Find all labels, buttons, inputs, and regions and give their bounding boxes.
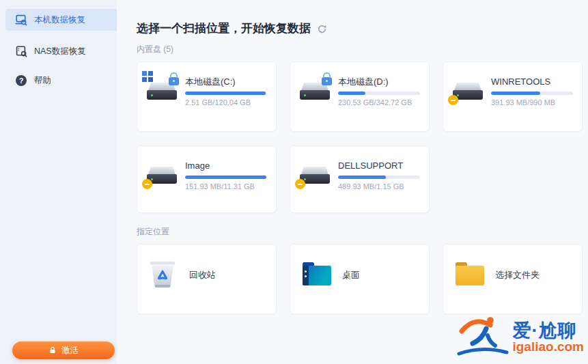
drive-size: 151.93 MB/11.31 GB [185,182,267,191]
sidebar-item-local-recovery[interactable]: 本机数据恢复 [5,9,117,31]
drive-name: WINRETOOLS [491,76,573,87]
drive-size: 230.53 GB/342.72 GB [338,98,420,107]
drive-name: Image [185,160,267,171]
hard-drive-icon [146,164,178,187]
recycle-bin-icon [148,260,178,290]
location-label: 回收站 [189,269,216,281]
section-label-internal-disks: 内置盘 (5) [137,44,173,55]
nas-recovery-icon [15,45,27,57]
usage-bar [338,92,420,95]
location-card-recycle-bin[interactable]: 回收站 [137,244,277,314]
activate-label: 激活 [61,345,79,356]
lock-icon [169,77,179,85]
usage-bar-fill [338,176,386,179]
sidebar-item-label: 本机数据恢复 [34,14,85,26]
hard-drive-icon [452,80,484,103]
desktop-folder-icon [301,260,331,290]
drive-name: 本地磁盘(C:) [185,76,267,87]
drive-name: 本地磁盘(D:) [338,76,420,87]
location-label: 选择文件夹 [495,269,540,281]
usage-bar [491,92,573,95]
main-panel: 选择一个扫描位置，开始恢复数据 内置盘 (5) 本地磁盘(C:) 2.51 GB… [117,0,588,364]
usage-bar-fill [185,176,266,179]
drive-size: 489.93 MB/1.15 GB [338,182,420,191]
hard-drive-icon [299,164,331,187]
help-icon [15,74,27,87]
recycle-symbol-icon [155,268,170,285]
usage-bar-fill [338,92,365,95]
warning-dot-icon [448,95,458,105]
hard-drive-icon [146,80,178,103]
select-folder-icon [454,260,484,290]
usage-bar [185,176,267,179]
drive-card-image[interactable]: Image 151.93 MB/11.31 GB [137,145,277,213]
sidebar: 本机数据恢复 NAS数据恢复 帮助 激活 [0,0,117,364]
usage-bar-fill [491,92,540,95]
location-label: 桌面 [342,269,360,281]
drive-card-d[interactable]: 本地磁盘(D:) 230.53 GB/342.72 GB [290,61,430,132]
drive-card-c[interactable]: 本地磁盘(C:) 2.51 GB/120.04 GB [137,61,277,132]
drive-card-winretools[interactable]: WINRETOOLS 391.93 MB/990 MB [443,61,583,132]
usage-bar [338,176,420,179]
sidebar-item-label: NAS数据恢复 [34,46,86,57]
location-card-select-folder[interactable]: 选择文件夹 [443,244,583,314]
usage-bar [185,92,267,95]
location-card-desktop[interactable]: 桌面 [290,244,430,314]
sidebar-item-nas-recovery[interactable]: NAS数据恢复 [5,40,117,62]
lock-icon [48,346,57,354]
activate-button[interactable]: 激活 [12,341,115,359]
lock-icon [322,77,332,85]
page-title: 选择一个扫描位置，开始恢复数据 [137,20,327,36]
usage-bar-fill [185,92,266,95]
section-label-specified-locations: 指定位置 [137,226,169,238]
warning-dot-icon [142,179,152,189]
page-title-text: 选择一个扫描位置，开始恢复数据 [137,20,311,36]
refresh-icon[interactable] [317,24,327,34]
hard-drive-icon [299,80,331,103]
windows-logo-icon [142,71,153,82]
pc-recovery-icon [15,14,27,26]
drive-size: 2.51 GB/120.04 GB [185,98,267,107]
warning-dot-icon [295,179,305,189]
drive-size: 391.93 MB/990 MB [491,98,573,107]
drive-name: DELLSUPPORT [338,160,420,171]
sidebar-item-help[interactable]: 帮助 [5,70,117,92]
drive-card-dellsupport[interactable]: DELLSUPPORT 489.93 MB/1.15 GB [290,145,430,213]
sidebar-item-label: 帮助 [34,75,51,87]
